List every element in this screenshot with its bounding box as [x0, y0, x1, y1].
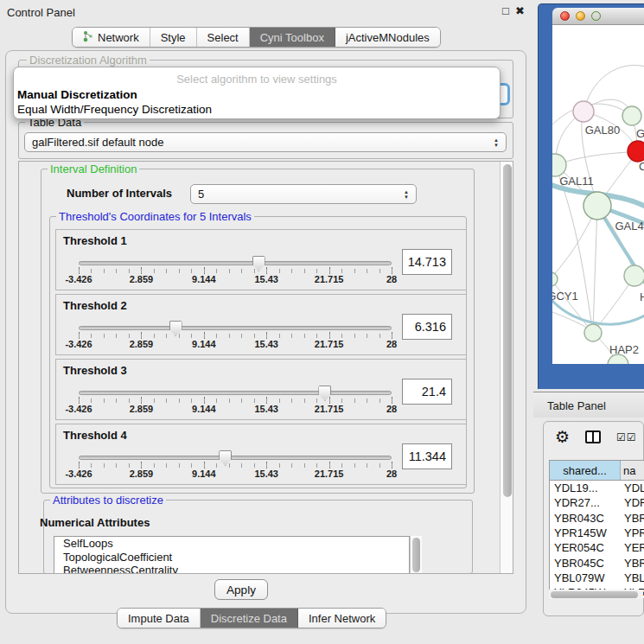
settings-scrollpane: Interval Definition Number of Intervals … [18, 161, 513, 574]
minor-ticks [79, 399, 392, 403]
table-row[interactable]: YPR145WYPR1 [550, 526, 644, 540]
panel-title: Control Panel [7, 6, 75, 19]
tab-network[interactable]: Network [73, 28, 150, 47]
close-traffic-light-icon[interactable] [560, 11, 570, 21]
node-label: HAP2 [609, 343, 639, 356]
node-table: shared... na YDL19...YDL1 YDR27...YDR2 Y… [549, 460, 644, 599]
threshold-4-slider[interactable] [79, 456, 392, 460]
horizontal-scrollbar-thumb[interactable] [551, 591, 638, 598]
option-manual-discretization[interactable]: Manual Discretization [16, 88, 497, 102]
column-layout-icon[interactable] [585, 430, 601, 443]
threshold-3-label: Threshold 3 [63, 364, 127, 377]
bottom-tab-bar: Impute Data Discretize Data Infer Networ… [117, 608, 386, 628]
node-selected-red[interactable] [628, 141, 644, 162]
table-panel-window: ⚙ ☑☑ shared... na YDL19...YDL1 YDR27...Y… [543, 421, 644, 616]
table-panel-title: Table Panel [547, 399, 606, 412]
apply-button[interactable]: Apply [214, 579, 268, 600]
threshold-3-slider[interactable] [79, 391, 392, 395]
node[interactable] [624, 265, 644, 286]
table-row[interactable]: YBR045CYBR0 [550, 555, 644, 570]
threshold-1-row: Threshold 1 -3.426 2.859 9.144 15.43 21.… [55, 229, 467, 290]
node-label: GCY1 [552, 290, 578, 303]
threshold-1-value-field[interactable]: 14.713 [402, 249, 452, 275]
node-label: C [639, 160, 644, 173]
table-row[interactable]: YBR043CYBR0 [550, 511, 644, 526]
minor-ticks [79, 334, 392, 338]
table-panel-titlebar: Table Panel [533, 392, 644, 418]
numerical-attributes-list: SelfLoops TopologicalCoefficient Between… [54, 536, 410, 574]
threshold-2-value-field[interactable]: 6.316 [402, 314, 452, 340]
screen: Control Panel □ ✖ Network Style Select C… [0, 0, 644, 644]
threshold-2-row: Threshold 2 -3.426 2.859 9.144 15.43 21.… [55, 294, 467, 355]
numerical-attributes-label: Numerical Attributes [40, 516, 150, 529]
algorithm-dropdown-popup: Select algorithm to view settings Manual… [13, 67, 501, 119]
discretization-algorithm-label: Discretization Algorithm [27, 54, 150, 67]
threshold-4-row: Threshold 4 -3.426 2.859 9.144 15.43 21.… [55, 424, 467, 485]
threshold-3-value-field[interactable]: 21.4 [402, 379, 452, 405]
algorithm-placeholder: Select algorithm to view settings [14, 73, 500, 86]
network-canvas[interactable]: GAL80 GA C GAL11 GAL4 GCY1 H HAP2 [552, 25, 644, 364]
column-header-name[interactable]: na [621, 461, 644, 480]
column-header-shared-name[interactable]: shared... [550, 461, 621, 480]
table-data-combobox[interactable]: galFiltered.sif default node ▲▼ [24, 132, 507, 152]
list-item[interactable]: SelfLoops [54, 537, 409, 551]
threshold-1-slider[interactable] [79, 261, 392, 265]
tab-impute-data[interactable]: Impute Data [118, 609, 201, 628]
node-gal4[interactable] [583, 192, 611, 220]
attributes-list-scrollbar[interactable] [410, 536, 422, 574]
number-of-intervals-combobox[interactable]: 5 ▲▼ [190, 184, 417, 204]
vertical-scrollbar[interactable] [500, 162, 513, 574]
list-item[interactable]: BetweennessCentrality [54, 564, 409, 574]
threshold-4-value-field[interactable]: 11.344 [402, 443, 452, 469]
network-window-titlebar[interactable] [552, 8, 644, 25]
gear-icon[interactable]: ⚙ [555, 427, 570, 447]
node-label: GA [636, 127, 644, 140]
attributes-list-scrollbar-thumb[interactable] [412, 538, 420, 572]
table-row[interactable]: YDR27...YDR2 [550, 495, 644, 510]
threshold-4-label: Threshold 4 [63, 429, 127, 442]
checkbox-pair-icon[interactable]: ☑☑ [616, 431, 637, 443]
option-equal-width-frequency[interactable]: Equal Width/Frequency Discretization [16, 103, 497, 117]
tab-select[interactable]: Select [197, 28, 250, 47]
cyni-toolbox-panel: Discretization Algorithm Select algorith… [5, 50, 526, 614]
threshold-2-slider[interactable] [79, 326, 392, 330]
list-item[interactable]: TopologicalCoefficient [54, 551, 409, 564]
network-view-window: GAL80 GA C GAL11 GAL4 GCY1 H HAP2 [538, 3, 644, 389]
node-label: GAL80 [585, 124, 620, 137]
threshold-3-row: Threshold 3 -3.426 2.859 9.144 15.43 21.… [55, 359, 467, 420]
threshold-2-label: Threshold 2 [63, 299, 127, 312]
vertical-scrollbar-thumb[interactable] [503, 164, 512, 497]
top-tab-bar: Network Style Select Cyni Toolbox jActiv… [72, 27, 441, 48]
attributes-group-label: Attributes to discretize [50, 494, 166, 507]
network-icon [83, 30, 93, 45]
node-label: GAL4 [615, 220, 643, 233]
interval-definition-label: Interval Definition [48, 163, 139, 175]
tab-style[interactable]: Style [150, 28, 197, 47]
network-graph: GAL80 GA C GAL11 GAL4 GCY1 H HAP2 [552, 25, 644, 364]
tab-discretize-data[interactable]: Discretize Data [201, 609, 298, 628]
close-icon[interactable]: ✖ [515, 4, 525, 17]
table-row[interactable]: YDL19...YDL1 [550, 481, 644, 495]
minor-ticks [79, 269, 392, 273]
node[interactable] [622, 106, 641, 125]
node-gal80[interactable] [573, 101, 594, 122]
table-row[interactable]: YBL079WYBL0 [550, 571, 644, 585]
table-row[interactable]: YER054CYER0 [550, 540, 644, 555]
node-label: H [640, 290, 644, 303]
tab-jactivemnodules[interactable]: jActiveMNodules [335, 28, 440, 47]
zoom-traffic-light-icon[interactable] [591, 11, 601, 21]
minor-ticks [79, 463, 392, 468]
node-gcy1[interactable] [552, 272, 558, 286]
tab-infer-network[interactable]: Infer Network [298, 609, 386, 628]
tab-cyni-toolbox[interactable]: Cyni Toolbox [250, 28, 335, 47]
thresholds-group-label: Threshold's Coordinates for 5 Intervals [56, 210, 254, 223]
threshold-1-label: Threshold 1 [63, 234, 127, 247]
node-label: GAL11 [559, 175, 594, 188]
float-window-icon[interactable]: □ [502, 4, 509, 17]
node-hap2[interactable] [584, 324, 602, 341]
number-of-intervals-label: Number of Intervals [67, 187, 172, 200]
minimize-traffic-light-icon[interactable] [576, 11, 585, 21]
horizontal-scrollbar[interactable] [549, 590, 643, 599]
stepper-arrows-icon: ▲▼ [404, 189, 409, 200]
stepper-arrows-icon: ▲▼ [494, 137, 499, 148]
